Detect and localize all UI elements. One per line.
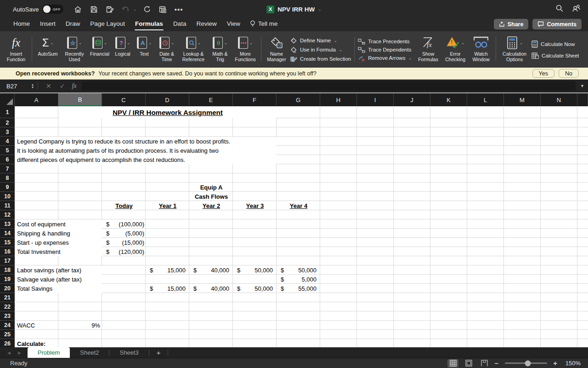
tab-home[interactable]: Home	[8, 20, 35, 31]
date-time-button[interactable]: ⌄ Date & Time	[155, 34, 179, 66]
error-checking-button[interactable]: ! ⌄ Error Checking	[442, 34, 469, 66]
cell-E11[interactable]: Year 2	[190, 201, 233, 210]
cell-F20[interactable]: $50,000	[233, 284, 277, 293]
row-header-20[interactable]: 20	[0, 284, 15, 293]
define-name-button[interactable]: Define Name⌄	[290, 37, 351, 44]
comments-button[interactable]: Comments	[532, 19, 582, 29]
tab-formulas[interactable]: Formulas	[130, 20, 168, 31]
financial-button[interactable]: ⌄ Financial	[88, 34, 112, 66]
row-header-21[interactable]: 21	[0, 293, 15, 302]
more-commands-icon[interactable]: •••	[173, 3, 185, 15]
tab-data[interactable]: Data	[168, 20, 192, 31]
row-header-4[interactable]: 4	[0, 137, 15, 146]
cell-G19[interactable]: $5,000	[277, 275, 320, 284]
column-header-G[interactable]: G	[277, 93, 320, 106]
sheet-tab-problem[interactable]: Problem	[28, 347, 70, 358]
column-header-F[interactable]: F	[233, 93, 277, 106]
row-header-18[interactable]: 18	[0, 265, 15, 275]
row-header-11[interactable]: 11	[0, 201, 15, 210]
calculate-sheet-button[interactable]: Calculate Sheet	[531, 52, 579, 59]
cell-D20[interactable]: $15,000	[146, 284, 189, 293]
undo-chevron-icon[interactable]: ⌄	[133, 7, 136, 12]
name-box-spinner[interactable]: ▲▼	[31, 84, 34, 89]
cell-A26[interactable]: Calculate:	[15, 339, 58, 347]
sheet-tab-prev-icon[interactable]: ◀	[7, 351, 11, 355]
row-header-22[interactable]: 22	[0, 302, 15, 311]
text-button[interactable]: A⌄ Text	[134, 34, 155, 66]
cell-E18[interactable]: $40,000	[190, 266, 233, 275]
save-as-icon[interactable]	[104, 3, 116, 15]
share-button[interactable]: Share	[494, 19, 529, 29]
cell-A19[interactable]: Salvage value (after tax)	[15, 275, 102, 284]
cancel-icon[interactable]: ✕	[46, 82, 51, 90]
autosum-button[interactable]: Σ⌄ AutoSum	[34, 34, 61, 66]
cell-C16[interactable]: $(120,000)	[102, 247, 146, 256]
column-header-D[interactable]: D	[146, 93, 189, 106]
column-header-A[interactable]: A	[15, 93, 58, 106]
formula-input[interactable]	[81, 81, 576, 91]
cell-C11[interactable]: Today	[102, 201, 146, 210]
cell-B1[interactable]: NPV / IRR Homework Assignment	[59, 107, 277, 118]
sheet-tab-sheet3[interactable]: Sheet3	[109, 347, 148, 358]
row-header-9[interactable]: 9	[0, 183, 15, 192]
grid-area[interactable]: NPV / IRR Homework AssignmentLegend Comp…	[15, 106, 588, 347]
column-header-H[interactable]: H	[320, 93, 357, 106]
row-header-26[interactable]: 26	[0, 339, 15, 347]
zoom-percentage[interactable]: 150%	[565, 360, 581, 367]
column-header-C[interactable]: C	[102, 93, 146, 106]
cell-E10[interactable]: Cash Flows	[190, 192, 233, 201]
cell-A4[interactable]: Legend Company is trying to reduce its c…	[15, 137, 277, 146]
search-icon[interactable]	[555, 4, 564, 14]
page-break-view-button[interactable]	[479, 359, 490, 368]
row-header-2[interactable]: 2	[0, 118, 15, 127]
logical-button[interactable]: ?⌄ Logical	[112, 34, 134, 66]
save-icon[interactable]	[88, 3, 100, 15]
row-header-8[interactable]: 8	[0, 173, 15, 183]
row-header-7[interactable]: 7	[0, 164, 15, 173]
watch-window-button[interactable]: Watch Window	[469, 34, 493, 66]
function-icon[interactable]: fx	[72, 82, 76, 90]
row-header-16[interactable]: 16	[0, 247, 15, 256]
normal-view-button[interactable]	[447, 359, 458, 368]
cell-E20[interactable]: $40,000	[190, 284, 233, 293]
trace-precedents-button[interactable]: Trace Precedents	[358, 39, 412, 45]
column-header-partial[interactable]	[577, 93, 588, 106]
row-header-17[interactable]: 17	[0, 256, 15, 265]
cell-A14[interactable]: Shipping & handling	[15, 229, 102, 238]
tell-me-button[interactable]: Tell me	[245, 20, 283, 31]
insert-function-button[interactable]: fx Insert Function	[3, 34, 29, 66]
document-title-chevron-icon[interactable]: ⌄	[318, 7, 322, 12]
cell-A13[interactable]: Cost of equipment	[15, 220, 102, 229]
column-header-E[interactable]: E	[189, 93, 233, 106]
document-title-area[interactable]: X NPV IRR HW ⌄	[266, 0, 322, 18]
select-all-corner[interactable]	[0, 93, 15, 106]
zoom-slider-knob[interactable]	[525, 360, 531, 366]
cell-F11[interactable]: Year 3	[233, 201, 277, 210]
cell-C14[interactable]: $(5,000)	[102, 229, 146, 238]
cell-A18[interactable]: Labor savings (after tax)	[15, 266, 102, 275]
zoom-in-button[interactable]: +	[554, 360, 557, 367]
column-header-B[interactable]: B	[58, 93, 102, 106]
row-header-3[interactable]: 3	[0, 127, 15, 137]
autosave-control[interactable]: AutoSave OFF	[13, 5, 63, 14]
more-functions-button[interactable]: •••⌄ More Functions	[232, 34, 259, 66]
add-sheet-button[interactable]: +	[149, 347, 168, 358]
cell-D11[interactable]: Year 1	[146, 201, 189, 210]
cell-A24[interactable]: WACC	[15, 321, 58, 330]
remove-arrows-button[interactable]: Remove Arrows⌄	[358, 55, 412, 61]
row-header-24[interactable]: 24	[0, 321, 15, 330]
zoom-out-button[interactable]: −	[494, 360, 498, 367]
cell-D18[interactable]: $15,000	[146, 266, 189, 275]
formula-bar-expand-icon[interactable]: ▼	[580, 84, 584, 88]
autosave-toggle[interactable]: OFF	[42, 5, 63, 14]
column-header-K[interactable]: K	[430, 93, 467, 106]
zoom-slider[interactable]	[505, 362, 547, 364]
cell-C15[interactable]: $(15,000)	[102, 238, 146, 247]
calculation-options-button[interactable]: ⌄ Calculation Options	[498, 34, 531, 66]
undo-icon[interactable]	[120, 3, 132, 15]
no-button[interactable]: No	[559, 69, 579, 78]
cell-A20[interactable]: Total Savings	[15, 284, 102, 293]
row-header-13[interactable]: 13	[0, 219, 15, 229]
cell-E9[interactable]: Equip A	[190, 183, 233, 192]
row-header-10[interactable]: 10	[0, 192, 15, 201]
